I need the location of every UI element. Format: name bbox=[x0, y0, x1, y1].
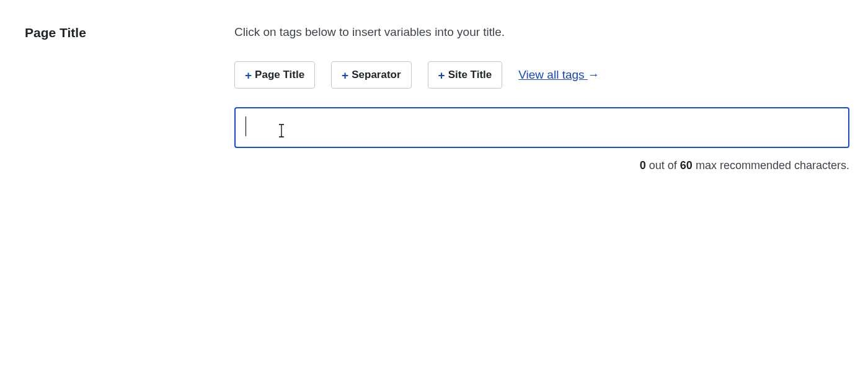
plus-icon: + bbox=[342, 69, 348, 81]
tag-site-title-button[interactable]: + Site Title bbox=[428, 61, 503, 89]
tag-label: Page Title bbox=[255, 69, 304, 81]
tags-row: + Page Title + Separator + Site Title Vi… bbox=[234, 61, 849, 89]
counter-text: out of bbox=[646, 159, 680, 172]
link-text: View all tags bbox=[518, 68, 588, 81]
help-text: Click on tags below to insert variables … bbox=[234, 25, 849, 39]
arrow-right-icon: → bbox=[588, 68, 600, 82]
counter-current: 0 bbox=[640, 159, 646, 172]
counter-max: 60 bbox=[680, 159, 693, 172]
plus-icon: + bbox=[438, 69, 445, 81]
page-title-input[interactable] bbox=[234, 107, 849, 148]
plus-icon: + bbox=[245, 69, 252, 81]
text-caret-icon bbox=[246, 116, 246, 136]
page-title-label: Page Title bbox=[25, 25, 234, 40]
counter-text: max recommended characters. bbox=[693, 159, 849, 172]
tag-page-title-button[interactable]: + Page Title bbox=[234, 61, 315, 89]
view-all-tags-link[interactable]: View all tags → bbox=[518, 68, 600, 82]
tag-label: Separator bbox=[352, 69, 401, 81]
tag-label: Site Title bbox=[448, 69, 492, 81]
character-counter: 0 out of 60 max recommended characters. bbox=[234, 159, 849, 172]
tag-separator-button[interactable]: + Separator bbox=[331, 61, 411, 89]
